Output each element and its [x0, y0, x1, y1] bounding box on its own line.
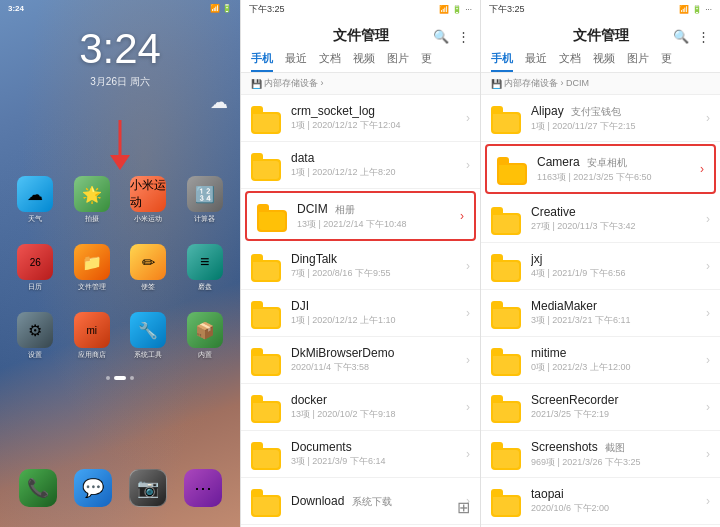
- fm2-breadcrumb-text[interactable]: 内部存储设备 › DCIM: [504, 77, 589, 90]
- battery-icon: 🔋: [222, 4, 232, 13]
- fm1-item-dcim[interactable]: DCIM 相册 13项 | 2021/2/14 下午10:48 ›: [245, 191, 476, 241]
- mopan-icon: ≡: [187, 244, 223, 280]
- fm1-item-dji[interactable]: DJI 1项 | 2020/12/12 上午1:10 ›: [241, 290, 480, 337]
- app-jisuan[interactable]: 🔢 计算器: [180, 176, 231, 224]
- page-dots: [0, 376, 240, 380]
- app-wenjian[interactable]: 📁 文件管理: [67, 244, 118, 292]
- chevron-icon: ›: [706, 306, 710, 320]
- fm1-item-download[interactable]: Download 系统下载 ›: [241, 478, 480, 525]
- app-rili[interactable]: 26 日历: [10, 244, 61, 292]
- chevron-icon: ›: [466, 447, 470, 461]
- chevron-icon: ›: [706, 259, 710, 273]
- dock-camera[interactable]: 📷: [129, 469, 167, 507]
- fm1-tab-photo[interactable]: 图片: [387, 51, 409, 72]
- fm1-dots: ···: [465, 5, 472, 14]
- fm2-item-screenshots[interactable]: Screenshots 截图 969项 | 2021/3/26 下午3:25 ›: [481, 431, 720, 478]
- dock-more[interactable]: ⋯: [184, 469, 222, 507]
- folder-icon: [251, 438, 283, 470]
- yingyong-icon: mi: [74, 312, 110, 348]
- fm2-item-jxj[interactable]: jxj 4项 | 2021/1/9 下午6:56 ›: [481, 243, 720, 290]
- fm2-item-mediamaker-meta: 3项 | 2021/3/21 下午6:11: [531, 314, 702, 327]
- fm1-breadcrumb: 💾 内部存储设备 ›: [241, 73, 480, 95]
- signal-icon: 📶: [210, 4, 220, 13]
- folder-icon: [251, 149, 283, 181]
- xitong-icon: 🔧: [130, 312, 166, 348]
- fm1-tab-video[interactable]: 视频: [353, 51, 375, 72]
- fm1-title: 文件管理: [333, 27, 389, 45]
- app-xitong[interactable]: 🔧 系统工具: [123, 312, 174, 360]
- fm2-item-taopai[interactable]: taopai 2020/10/6 下午2:00 ›: [481, 478, 720, 525]
- folder-inner: [499, 165, 525, 183]
- fm2-file-list: Alipay 支付宝钱包 1项 | 2020/11/27 下午2:15 › Ca…: [481, 95, 720, 527]
- folder-icon: [491, 250, 523, 282]
- fm2-item-screenrecorder[interactable]: ScreenRecorder 2021/3/25 下午2:19 ›: [481, 384, 720, 431]
- fm2-item-creative[interactable]: Creative 27项 | 2020/11/3 下午3:42 ›: [481, 196, 720, 243]
- dock: 📞 💬 📷 ⋯: [0, 469, 240, 507]
- app-mifeng[interactable]: 小米运动 小米运动: [123, 176, 174, 224]
- fm2-storage-icon: 💾: [491, 79, 502, 89]
- app-shezhi[interactable]: ⚙ 设置: [10, 312, 61, 360]
- fm1-tab-docs[interactable]: 文档: [319, 51, 341, 72]
- fm1-menu-icon[interactable]: ⋮: [457, 29, 470, 44]
- download-tag: 系统下载: [352, 496, 392, 507]
- dock-phone[interactable]: 📞: [19, 469, 57, 507]
- fm2-item-mitime[interactable]: mitime 0项 | 2021/2/3 上午12:00 ›: [481, 337, 720, 384]
- app-yingyong[interactable]: mi 应用商店: [67, 312, 118, 360]
- fm2-item-alipay-name: Alipay 支付宝钱包: [531, 104, 702, 119]
- app-mopan[interactable]: ≡ 磨盘: [180, 244, 231, 292]
- fm2-search-icon[interactable]: 🔍: [673, 29, 689, 44]
- chevron-icon: ›: [466, 306, 470, 320]
- app-paizhao[interactable]: 🌟 拍摄: [67, 176, 118, 224]
- fm2-item-alipay[interactable]: Alipay 支付宝钱包 1项 | 2020/11/27 下午2:15 ›: [481, 95, 720, 142]
- fm1-tab-recent[interactable]: 最近: [285, 51, 307, 72]
- fm2-signal: 📶: [679, 5, 689, 14]
- fm2-tab-phone[interactable]: 手机: [491, 51, 513, 72]
- fm1-item-dkmi-name: DkMiBrowserDemo: [291, 346, 462, 360]
- fm2-item-screenrecorder-name: ScreenRecorder: [531, 393, 702, 407]
- fm1-search-icon[interactable]: 🔍: [433, 29, 449, 44]
- fm2-tab-photo[interactable]: 图片: [627, 51, 649, 72]
- fm2-tab-video[interactable]: 视频: [593, 51, 615, 72]
- folder-icon: [251, 344, 283, 376]
- fm1-breadcrumb-text[interactable]: 内部存储设备 ›: [264, 77, 324, 90]
- dot-3: [130, 376, 134, 380]
- fm2-title: 文件管理: [573, 27, 629, 45]
- fm1-item-docker[interactable]: docker 13项 | 2020/10/2 下午9:18 ›: [241, 384, 480, 431]
- folder-inner: [493, 497, 519, 515]
- fm2-tab-docs[interactable]: 文档: [559, 51, 581, 72]
- chevron-icon: ›: [706, 353, 710, 367]
- fm1-item-crm[interactable]: crm_socket_log 1项 | 2020/12/12 下午12:04 ›: [241, 95, 480, 142]
- fm2-item-creative-info: Creative 27项 | 2020/11/3 下午3:42: [531, 205, 702, 233]
- app-bianjian[interactable]: ✏ 便签: [123, 244, 174, 292]
- fm1-filter[interactable]: ⊞: [457, 498, 470, 517]
- fm1-tab-phone[interactable]: 手机: [251, 51, 273, 72]
- folder-icon: [491, 438, 523, 470]
- fm1-item-data-info: data 1项 | 2020/12/12 上午8:20: [291, 151, 462, 179]
- wenjian-label: 文件管理: [78, 282, 106, 292]
- fm1-item-data-name: data: [291, 151, 462, 165]
- fm1-item-data[interactable]: data 1项 | 2020/12/12 上午8:20 ›: [241, 142, 480, 189]
- app-neizhi[interactable]: 📦 内置: [180, 312, 231, 360]
- chevron-icon: ›: [700, 162, 704, 176]
- fm2-tab-recent[interactable]: 最近: [525, 51, 547, 72]
- fm1-item-documents[interactable]: Documents 3项 | 2021/3/9 下午6:14 ›: [241, 431, 480, 478]
- app-grid-row3: ⚙ 设置 mi 应用商店 🔧 系统工具 📦 内置: [0, 304, 240, 368]
- fm1-item-dcim-info: DCIM 相册 13项 | 2021/2/14 下午10:48: [297, 202, 456, 231]
- fm1-item-dingtalk[interactable]: DingTalk 7项 | 2020/8/16 下午9:55 ›: [241, 243, 480, 290]
- fm2-menu-icon[interactable]: ⋮: [697, 29, 710, 44]
- fm1-status-icons: 📶 🔋 ···: [439, 5, 472, 14]
- fm1-header: 文件管理 🔍 ⋮ 手机 最近 文档 视频 图片 更: [241, 19, 480, 73]
- fm2-tab-more[interactable]: 更: [661, 51, 672, 72]
- fm1-item-dkmi[interactable]: DkMiBrowserDemo 2020/11/4 下午3:58 ›: [241, 337, 480, 384]
- fm2-item-camera[interactable]: Camera 安卓相机 1163项 | 2021/3/25 下午6:50 ›: [485, 144, 716, 194]
- folder-icon: [251, 250, 283, 282]
- fm1-tab-more[interactable]: 更: [421, 51, 432, 72]
- fm2-item-screenrecorder-meta: 2021/3/25 下午2:19: [531, 408, 702, 421]
- dock-sms[interactable]: 💬: [74, 469, 112, 507]
- app-tianqi[interactable]: ☁ 天气: [10, 176, 61, 224]
- folder-inner: [493, 215, 519, 233]
- fm1-item-dcim-name: DCIM 相册: [297, 202, 456, 217]
- fm1-storage-icon: 💾: [251, 79, 262, 89]
- folder-inner: [253, 497, 279, 515]
- fm2-item-mediamaker[interactable]: MediaMaker 3项 | 2021/3/21 下午6:11 ›: [481, 290, 720, 337]
